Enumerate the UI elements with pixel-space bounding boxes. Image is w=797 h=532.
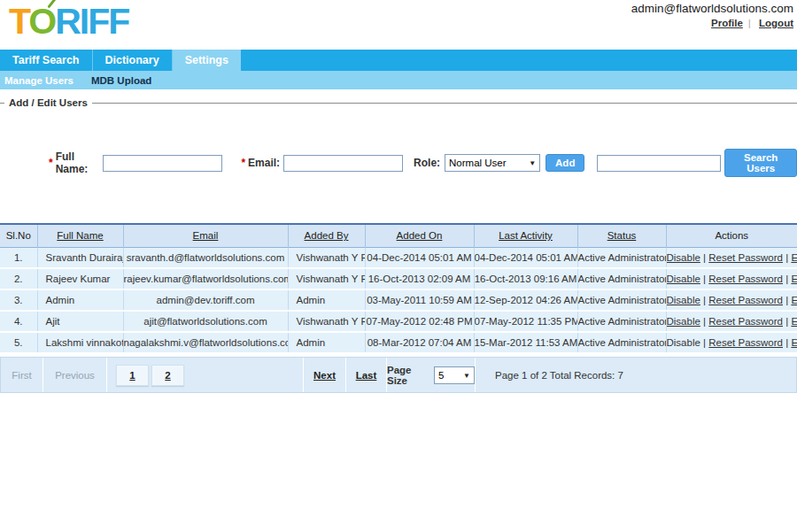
pagination-first[interactable]: First — [1, 358, 43, 392]
table-row: 1. Sravanth Durairaj sravanth.d@flatworl… — [0, 247, 797, 268]
cell-full-name: Rajeev Kumar — [37, 268, 123, 289]
reset-password-link[interactable]: Reset Password — [708, 252, 783, 263]
account-links: Profile| Logout — [631, 18, 793, 28]
page-size-select[interactable]: 5 — [434, 366, 475, 384]
user-form: * Full Name: * Email: Role: Normal User … — [49, 149, 797, 177]
search-users-button[interactable]: Search Users — [724, 149, 797, 177]
subtab-manage-users[interactable]: Manage Users — [0, 75, 82, 86]
pagination-page-2[interactable]: 2 — [151, 365, 184, 386]
users-table: Sl.No Full Name Email Added By Added On … — [0, 223, 797, 354]
sort-full-name[interactable]: Full Name — [57, 230, 103, 241]
profile-link[interactable]: Profile — [711, 18, 743, 28]
cell-actions: Disable | Reset Password | Edit — [666, 247, 797, 268]
cell-added-by: Admin — [288, 332, 365, 353]
add-button[interactable]: Add — [546, 154, 584, 172]
cell-slno: 5. — [0, 332, 37, 353]
cell-status: Active Administrator — [577, 311, 666, 332]
cell-slno: 1. — [0, 247, 37, 268]
cell-last-activity: 16-Oct-2013 09:16 AM — [474, 268, 577, 289]
role-label: Role: — [414, 157, 440, 169]
logout-link[interactable]: Logout — [759, 18, 793, 28]
cell-email: rajeev.kumar@flatworldsolutions.com — [123, 268, 288, 289]
cell-full-name: Ajit — [37, 311, 123, 332]
cell-added-on: 03-May-2011 10:59 AM — [365, 289, 474, 311]
pagination-previous[interactable]: Previous — [43, 358, 107, 392]
sort-status[interactable]: Status — [607, 230, 637, 241]
cell-status: Active Administrator — [577, 268, 666, 289]
disable-link[interactable]: Disable — [667, 274, 700, 284]
tab-tariff-search[interactable]: Tariff Search — [0, 50, 93, 71]
cell-added-by: Admin — [288, 289, 365, 311]
cell-added-by: Vishwanath Y R — [288, 247, 365, 268]
cell-added-on: 16-Oct-2013 02:09 AM — [365, 268, 474, 289]
header-added-by: Added By — [288, 224, 365, 247]
pagination-pages: 1 2 — [107, 358, 304, 392]
sort-email[interactable]: Email — [193, 230, 219, 241]
sort-added-by[interactable]: Added By — [305, 230, 349, 241]
edit-link[interactable]: Edit — [791, 252, 797, 263]
cell-email: ajit@flatworldsolutions.com — [123, 311, 288, 332]
edit-link[interactable]: Edit — [791, 337, 797, 348]
cell-last-activity: 12-Sep-2012 04:26 AM — [474, 289, 577, 311]
reset-password-link[interactable]: Reset Password — [708, 316, 783, 327]
reset-password-link[interactable]: Reset Password — [708, 274, 783, 284]
cell-full-name: Admin — [37, 289, 123, 311]
main-nav: Tariff Search Dictionary Settings — [0, 50, 797, 71]
full-name-input[interactable] — [103, 155, 222, 172]
pagination-page-1[interactable]: 1 — [116, 365, 149, 386]
account-area: admin@flatworldsolutions.com Profile| Lo… — [631, 2, 793, 28]
header-status: Status — [577, 224, 666, 247]
logo-letters-riff: RIFF — [55, 1, 128, 42]
sort-last-activity[interactable]: Last Activity — [499, 230, 553, 241]
subtab-mdb-upload[interactable]: MDB Upload — [82, 75, 160, 86]
disable-link[interactable]: Disable — [667, 252, 700, 263]
header-slno: Sl.No — [0, 224, 37, 247]
cell-email: sravanth.d@flatworldsolutions.com — [123, 247, 288, 268]
disable-label: Disable — [667, 337, 700, 348]
cell-last-activity: 04-Dec-2014 05:01 AM — [474, 247, 577, 268]
disable-link[interactable]: Disable — [667, 316, 700, 327]
role-select[interactable]: Normal User — [445, 154, 540, 172]
tab-dictionary[interactable]: Dictionary — [93, 50, 173, 71]
table-row: 4. Ajit ajit@flatworldsolutions.com Vish… — [0, 311, 797, 332]
cell-status: Active Administrator — [577, 247, 666, 268]
table-header-row: Sl.No Full Name Email Added By Added On … — [0, 224, 797, 247]
cell-slno: 3. — [0, 289, 37, 311]
reset-password-link[interactable]: Reset Password — [708, 337, 783, 348]
cell-status: Active Administrator — [577, 332, 666, 353]
email-input[interactable] — [283, 155, 403, 172]
header-last-activity: Last Activity — [474, 224, 577, 247]
add-edit-users-section: Add / Edit Users * Full Name: * Email: R… — [0, 97, 797, 212]
pagination-next: Next — [304, 358, 346, 392]
cell-last-activity: 07-May-2012 11:35 PM — [474, 311, 577, 332]
cell-added-by: Vishwanath Y R — [288, 311, 365, 332]
section-legend: Add / Edit Users — [4, 97, 92, 108]
cell-full-name: Sravanth Durairaj — [37, 247, 123, 268]
role-select-wrap: Normal User ▼ — [445, 154, 540, 172]
cell-actions: Disable | Reset Password | Edit — [666, 311, 797, 332]
tab-settings[interactable]: Settings — [173, 50, 241, 71]
cell-status: Active Administrator — [577, 289, 666, 311]
table-row: 2. Rajeev Kumar rajeev.kumar@flatworldso… — [0, 268, 797, 289]
user-email: admin@flatworldsolutions.com — [631, 2, 793, 15]
header-added-on: Added On — [365, 224, 474, 247]
pagination-bar: First Previous 1 2 Next Last Page Size 5… — [0, 357, 797, 393]
cell-full-name: Lakshmi vinnakota — [37, 332, 123, 353]
logo-letter-o: O — [28, 1, 55, 42]
cell-actions: Disable | Reset Password | Edit — [666, 268, 797, 289]
disable-link[interactable]: Disable — [667, 295, 700, 305]
edit-link[interactable]: Edit — [791, 316, 797, 327]
edit-link[interactable]: Edit — [791, 295, 797, 305]
table-row: 5. Lakshmi vinnakota nagalakshmi.v@flatw… — [0, 332, 797, 353]
reset-password-link[interactable]: Reset Password — [708, 295, 783, 305]
cell-added-on: 04-Dec-2014 05:01 AM — [365, 247, 474, 268]
edit-link[interactable]: Edit — [791, 274, 797, 284]
cell-last-activity: 15-Mar-2012 11:53 AM — [474, 332, 577, 353]
sort-added-on[interactable]: Added On — [397, 230, 443, 241]
search-users-input[interactable] — [597, 155, 721, 172]
page-size-select-wrap: 5 ▼ — [434, 366, 475, 384]
header-email: Email — [123, 224, 288, 247]
cell-slno: 2. — [0, 268, 37, 289]
required-marker: * — [49, 157, 53, 169]
app-logo: TORIFF — [9, 4, 128, 40]
